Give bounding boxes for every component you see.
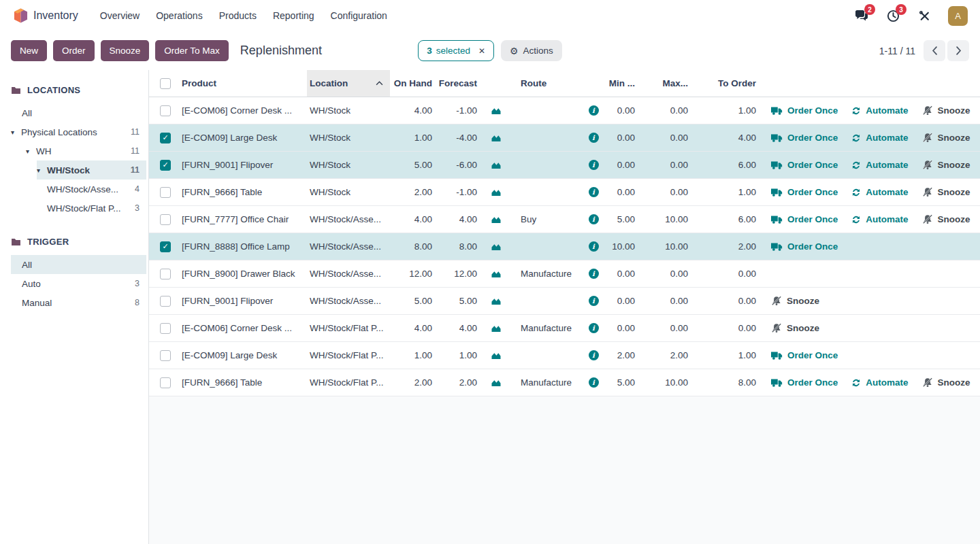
order-once-button[interactable]: Order Once	[771, 350, 838, 360]
app-menu-button[interactable]: Inventory	[10, 5, 82, 27]
snooze-button[interactable]: Snooze	[922, 377, 970, 388]
forecast-graph-icon[interactable]	[483, 179, 510, 205]
column-header-min[interactable]: Min ...	[604, 70, 640, 97]
forecast-graph-icon[interactable]	[483, 260, 510, 287]
select-all-checkbox[interactable]	[160, 78, 171, 89]
table-row[interactable]: [FURN_9666] Table WH/Stock/Flat P... 2.0…	[149, 369, 980, 396]
menu-operations[interactable]: Operations	[148, 5, 210, 26]
row-checkbox[interactable]	[160, 350, 171, 361]
row-checkbox[interactable]	[160, 214, 171, 225]
order-once-button[interactable]: Order Once	[771, 133, 838, 143]
table-row[interactable]: [E-COM06] Corner Desk ... WH/Stock/Flat …	[149, 315, 980, 342]
order-once-button[interactable]: Order Once	[771, 187, 838, 197]
row-checkbox[interactable]	[160, 133, 171, 143]
automate-button[interactable]: Automate	[851, 160, 908, 170]
sidebar-item-wh-stock[interactable]: ▾ WH/Stock11	[37, 160, 146, 180]
pager-previous-button[interactable]	[924, 40, 945, 61]
table-row[interactable]: [FURN_8888] Office Lamp WH/Stock/Asse...…	[149, 233, 980, 260]
column-header-forecast[interactable]: Forecast	[438, 70, 483, 97]
snooze-button[interactable]: Snooze	[922, 133, 970, 143]
activities-clock-icon[interactable]: 3	[885, 8, 900, 23]
sidebar-item-physical-locations[interactable]: ▾ Physical Locations11	[11, 122, 146, 141]
pager-next-button[interactable]	[947, 40, 969, 61]
column-header-route[interactable]: Route	[510, 70, 583, 97]
pager-range[interactable]: 1-11 / 11	[879, 46, 915, 56]
tools-icon[interactable]	[917, 8, 932, 23]
column-header-to-order[interactable]: To Order	[693, 70, 762, 97]
info-icon[interactable]: i	[589, 377, 599, 388]
sidebar-item-trigger-all[interactable]: All	[11, 255, 146, 274]
caret-down-icon[interactable]: ▾	[11, 129, 21, 136]
forecast-graph-icon[interactable]	[483, 124, 510, 151]
menu-reporting[interactable]: Reporting	[265, 5, 323, 26]
table-row[interactable]: [E-COM06] Corner Desk ... WH/Stock 4.00 …	[149, 97, 980, 124]
snooze-button[interactable]: Snooze	[771, 296, 819, 306]
caret-down-icon[interactable]: ▾	[37, 167, 47, 174]
row-checkbox[interactable]	[160, 105, 171, 116]
table-row[interactable]: [FURN_9001] Flipover WH/Stock/Asse... 5.…	[149, 288, 980, 315]
order-once-button[interactable]: Order Once	[771, 214, 838, 224]
forecast-graph-icon[interactable]	[483, 152, 510, 178]
clear-selection-icon[interactable]: ✕	[478, 46, 485, 56]
column-header-on-hand[interactable]: On Hand	[390, 70, 438, 97]
column-header-location[interactable]: Location	[307, 70, 390, 97]
row-checkbox[interactable]	[160, 323, 171, 334]
row-checkbox[interactable]	[160, 160, 171, 171]
table-row[interactable]: [FURN_8900] Drawer Black WH/Stock/Asse..…	[149, 260, 980, 288]
table-row[interactable]: [FURN_9666] Table WH/Stock 2.00 -1.00 i …	[149, 179, 980, 206]
sidebar-item-trigger-manual[interactable]: Manual8	[11, 293, 146, 312]
order-once-button[interactable]: Order Once	[771, 105, 838, 116]
sidebar-item-locations-all[interactable]: All	[11, 103, 146, 122]
snooze-button[interactable]: Snooze	[922, 187, 970, 197]
row-checkbox[interactable]	[160, 187, 171, 198]
info-icon[interactable]: i	[589, 323, 599, 333]
table-row[interactable]: [E-COM09] Large Desk WH/Stock/Flat P... …	[149, 342, 980, 369]
menu-configuration[interactable]: Configuration	[323, 5, 395, 26]
info-icon[interactable]: i	[589, 214, 599, 224]
snooze-button[interactable]: Snooze	[101, 40, 150, 61]
row-checkbox[interactable]	[160, 269, 171, 279]
sidebar-item-wh-stock-flat[interactable]: WH/Stock/Flat P...3	[37, 199, 146, 218]
info-icon[interactable]: i	[589, 105, 599, 116]
snooze-button[interactable]: Snooze	[922, 214, 970, 224]
order-once-button[interactable]: Order Once	[771, 160, 838, 170]
forecast-graph-icon[interactable]	[483, 315, 510, 341]
order-to-max-button[interactable]: Order To Max	[155, 40, 229, 61]
snooze-button[interactable]: Snooze	[922, 160, 970, 170]
info-icon[interactable]: i	[589, 133, 599, 143]
menu-overview[interactable]: Overview	[92, 5, 148, 26]
messages-icon[interactable]: 2	[854, 8, 869, 23]
forecast-graph-icon[interactable]	[483, 342, 510, 369]
automate-button[interactable]: Automate	[851, 214, 908, 224]
table-row[interactable]: [FURN_7777] Office Chair WH/Stock/Asse..…	[149, 206, 980, 233]
automate-button[interactable]: Automate	[851, 105, 908, 116]
snooze-button[interactable]: Snooze	[771, 323, 819, 333]
table-row[interactable]: [E-COM09] Large Desk WH/Stock 1.00 -4.00…	[149, 124, 980, 152]
forecast-graph-icon[interactable]	[483, 288, 510, 314]
order-button[interactable]: Order	[53, 40, 95, 61]
snooze-button[interactable]: Snooze	[922, 105, 970, 116]
info-icon[interactable]: i	[589, 241, 599, 252]
automate-button[interactable]: Automate	[851, 187, 908, 197]
caret-down-icon[interactable]: ▾	[26, 148, 36, 155]
forecast-graph-icon[interactable]	[483, 233, 510, 260]
row-checkbox[interactable]	[160, 377, 171, 388]
order-once-button[interactable]: Order Once	[771, 241, 838, 252]
table-row[interactable]: [FURN_9001] Flipover WH/Stock 5.00 -6.00…	[149, 152, 980, 179]
user-avatar[interactable]: A	[948, 6, 968, 26]
column-header-product[interactable]: Product	[182, 70, 307, 97]
info-icon[interactable]: i	[589, 350, 599, 360]
order-once-button[interactable]: Order Once	[771, 377, 838, 388]
new-button[interactable]: New	[11, 40, 47, 61]
forecast-graph-icon[interactable]	[483, 97, 510, 124]
sidebar-item-trigger-auto[interactable]: Auto3	[11, 274, 146, 293]
info-icon[interactable]: i	[589, 160, 599, 170]
forecast-graph-icon[interactable]	[483, 369, 510, 396]
menu-products[interactable]: Products	[211, 5, 265, 26]
info-icon[interactable]: i	[589, 269, 599, 279]
info-icon[interactable]: i	[589, 296, 599, 306]
forecast-graph-icon[interactable]	[483, 206, 510, 233]
sidebar-item-wh[interactable]: ▾ WH11	[26, 141, 146, 160]
info-icon[interactable]: i	[589, 187, 599, 197]
sidebar-item-wh-stock-asse[interactable]: WH/Stock/Asse...4	[37, 180, 146, 199]
